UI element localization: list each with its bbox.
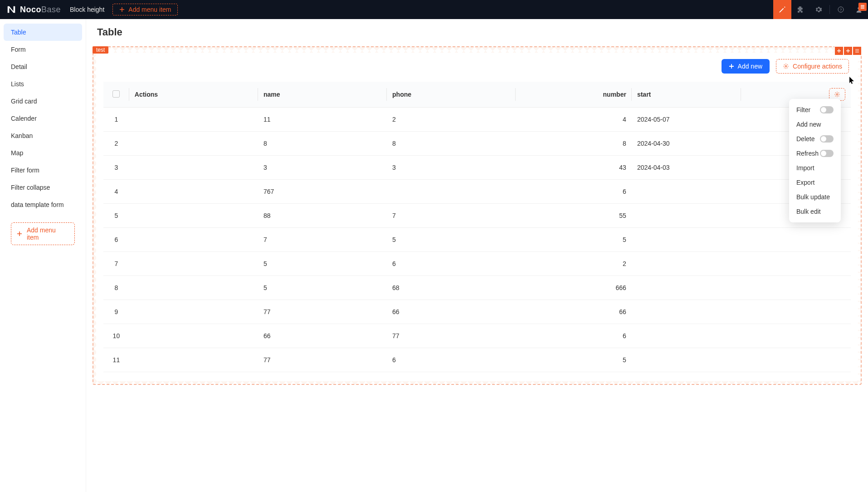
- cell-name: 767: [258, 180, 387, 204]
- popover-item-import[interactable]: Import: [789, 161, 841, 175]
- sidebar-add-menu-item[interactable]: Add menu item: [11, 222, 75, 245]
- cell-name: 77: [258, 348, 387, 372]
- cell-number: 5: [516, 228, 632, 252]
- table-row[interactable]: 8568666: [103, 276, 851, 300]
- sidebar-item-calender[interactable]: Calender: [0, 110, 86, 127]
- cell-empty: [741, 324, 851, 348]
- cell-actions: [129, 324, 258, 348]
- cell-actions: [129, 348, 258, 372]
- table-row[interactable]: 117765: [103, 348, 851, 372]
- table-row[interactable]: 47676: [103, 180, 851, 204]
- cell-number: 55: [516, 204, 632, 228]
- sidebar-item-filter-form[interactable]: Filter form: [0, 162, 86, 179]
- cell-actions: [129, 204, 258, 228]
- sidebar-item-filter-collapse[interactable]: Filter collapse: [0, 179, 86, 196]
- sidebar-item-map[interactable]: Map: [0, 144, 86, 162]
- popover-item-bulk-update[interactable]: Bulk update: [789, 190, 841, 204]
- svg-point-4: [836, 93, 838, 95]
- cell-name: 8: [258, 132, 387, 156]
- row-index: 2: [103, 132, 129, 156]
- row-index: 10: [103, 324, 129, 348]
- row-index: 9: [103, 300, 129, 324]
- popover-item-label: Refresh: [796, 150, 819, 157]
- sidebar-item-grid-card[interactable]: Grid card: [0, 93, 86, 110]
- cell-phone: 3: [387, 156, 516, 180]
- popover-item-label: Filter: [796, 106, 810, 113]
- settings-button[interactable]: [809, 0, 828, 19]
- add-block-before-icon[interactable]: [834, 46, 844, 55]
- cell-empty: [741, 276, 851, 300]
- popover-item-label: Import: [796, 164, 814, 172]
- row-index: 6: [103, 228, 129, 252]
- select-all-header[interactable]: [103, 82, 129, 108]
- column-phone[interactable]: phone: [387, 82, 516, 108]
- cell-number: 4: [516, 108, 632, 132]
- table-row[interactable]: 9776666: [103, 300, 851, 324]
- table-row[interactable]: 6755: [103, 228, 851, 252]
- sidebar-item-kanban[interactable]: Kanban: [0, 127, 86, 144]
- svg-point-3: [785, 65, 787, 67]
- page-settings-icon[interactable]: [858, 3, 867, 11]
- popover-item-label: Bulk edit: [796, 208, 821, 215]
- add-new-button[interactable]: Add new: [722, 59, 770, 74]
- plus-icon: [119, 7, 125, 12]
- table-row[interactable]: 28882024-04-30: [103, 132, 851, 156]
- help-button[interactable]: ?: [832, 0, 850, 19]
- cell-start: 2024-04-30: [632, 132, 741, 156]
- cell-actions: [129, 132, 258, 156]
- toggle-switch[interactable]: [820, 135, 834, 143]
- popover-item-add-new[interactable]: Add new: [789, 117, 841, 132]
- column-name[interactable]: name: [258, 82, 387, 108]
- table-row[interactable]: 588755: [103, 204, 851, 228]
- popover-item-label: Bulk update: [796, 193, 830, 201]
- cell-name: 11: [258, 108, 387, 132]
- sidebar-item-lists[interactable]: Lists: [0, 75, 86, 93]
- cell-start: [632, 252, 741, 276]
- table-row[interactable]: 333432024-04-03: [103, 156, 851, 180]
- cell-start: [632, 204, 741, 228]
- popover-item-delete[interactable]: Delete: [789, 132, 841, 146]
- sidebar-item-detail[interactable]: Detail: [0, 58, 86, 75]
- cell-phone: 66: [387, 300, 516, 324]
- column-actions[interactable]: Actions: [129, 82, 258, 108]
- cell-actions: [129, 156, 258, 180]
- popover-item-bulk-edit[interactable]: Bulk edit: [789, 204, 841, 219]
- table-row[interactable]: 7562: [103, 252, 851, 276]
- sidebar-item-table[interactable]: Table: [4, 24, 82, 41]
- sidebar-item-form[interactable]: Form: [0, 41, 86, 58]
- popover-item-refresh[interactable]: Refresh: [789, 146, 841, 161]
- toggle-switch[interactable]: [820, 106, 834, 113]
- design-mode-button[interactable]: [773, 0, 791, 19]
- row-index: 8: [103, 276, 129, 300]
- cell-phone: 8: [387, 132, 516, 156]
- add-block-after-icon[interactable]: [844, 46, 853, 55]
- table-row[interactable]: 111242024-05-07: [103, 108, 851, 132]
- svg-text:?: ?: [840, 8, 842, 12]
- toggle-switch[interactable]: [820, 150, 834, 157]
- cell-actions: [129, 108, 258, 132]
- add-menu-item-top[interactable]: Add menu item: [112, 4, 178, 15]
- row-index: 1: [103, 108, 129, 132]
- cell-name: 5: [258, 252, 387, 276]
- cell-actions: [129, 300, 258, 324]
- column-number[interactable]: number: [516, 82, 632, 108]
- column-start[interactable]: start: [632, 82, 741, 108]
- plus-icon: [17, 231, 22, 236]
- sidebar-item-data-template-form[interactable]: data template form: [0, 196, 86, 213]
- configure-actions-button[interactable]: Configure actions: [776, 59, 849, 74]
- popover-item-export[interactable]: Export: [789, 175, 841, 190]
- table-row[interactable]: 1066776: [103, 324, 851, 348]
- cell-name: 88: [258, 204, 387, 228]
- top-menu-block-height[interactable]: Block height: [70, 6, 104, 13]
- cell-number: 8: [516, 132, 632, 156]
- cell-number: 43: [516, 156, 632, 180]
- block-settings-icon[interactable]: [853, 46, 862, 55]
- plugin-button[interactable]: [791, 0, 809, 19]
- table-header-row: Actions name phone number start: [103, 82, 851, 108]
- cell-start: 2024-04-03: [632, 156, 741, 180]
- popover-item-filter[interactable]: Filter: [789, 103, 841, 117]
- cell-start: [632, 324, 741, 348]
- cell-actions: [129, 252, 258, 276]
- cell-empty: [741, 300, 851, 324]
- cell-number: 6: [516, 324, 632, 348]
